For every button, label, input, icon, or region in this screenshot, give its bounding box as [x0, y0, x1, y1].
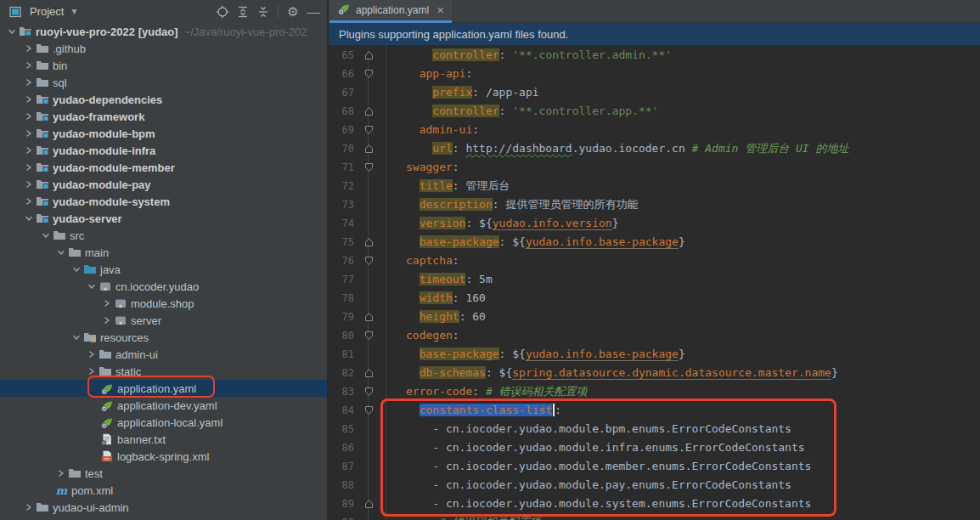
chevron-right-icon[interactable] [100, 316, 114, 325]
chevron-down-icon[interactable] [5, 27, 19, 36]
fold-start-icon[interactable] [363, 401, 374, 420]
chevron-right-icon[interactable] [22, 503, 36, 512]
collapse-all-icon[interactable] [255, 3, 272, 20]
code-line-79[interactable]: 79 height: 60 [329, 308, 980, 326]
chevron-right-icon[interactable] [22, 61, 36, 70]
tree-row-yudao-module-member[interactable]: yudao-module-member [0, 159, 327, 176]
tree-row-sql[interactable]: sql [0, 74, 327, 91]
tree-row-application-local-yaml[interactable]: application-local.yaml [0, 414, 327, 431]
code-line-82[interactable]: 82 db-schemas: ${spring.datasource.dynam… [329, 364, 980, 382]
fold-start-icon[interactable] [363, 65, 374, 83]
tree-row-github[interactable]: .github [0, 40, 327, 57]
tree-row-server[interactable]: server [0, 312, 327, 329]
chevron-right-icon[interactable] [100, 299, 114, 308]
fold-end-icon[interactable] [363, 46, 374, 65]
tree-row-static[interactable]: static [0, 363, 327, 380]
code-line-84[interactable]: 84 constants-class-list: [329, 401, 980, 420]
code-line-87[interactable]: 87 - cn.iocoder.yudao.module.member.enum… [329, 457, 980, 476]
fold-start-icon[interactable] [363, 382, 374, 401]
code-line-85[interactable]: 85 - cn.iocoder.yudao.module.bpm.enums.E… [329, 420, 980, 438]
code-line-66[interactable]: 66 app-api: [329, 65, 980, 83]
tree-row-yudao-module-bpm[interactable]: yudao-module-bpm [0, 125, 327, 142]
code-line-65[interactable]: 65 controller: '**.controller.admin.**' [329, 46, 980, 65]
chevron-down-icon[interactable] [85, 282, 99, 291]
code-line-89[interactable]: 89 - cn.iocoder.yudao.module.system.enum… [329, 495, 980, 513]
tree-row-pom-xml[interactable]: mpom.xml [0, 482, 327, 499]
fold-start-icon[interactable] [363, 121, 374, 139]
tree-row-banner-txt[interactable]: banner.txt [0, 431, 327, 448]
tree-row-src[interactable]: src [0, 227, 327, 244]
chevron-right-icon[interactable] [22, 163, 36, 172]
tree-row-partial[interactable] [0, 516, 327, 520]
chevron-right-icon[interactable] [85, 350, 99, 359]
chevron-right-icon[interactable] [22, 95, 36, 104]
close-icon[interactable]: ✕ [436, 5, 444, 16]
tree-row-yudao-server[interactable]: yudao-server [0, 210, 327, 227]
fold-start-icon[interactable] [363, 158, 374, 177]
tree-row-cn-iocoder-yudao[interactable]: cn.iocoder.yudao [0, 278, 327, 295]
fold-start-icon[interactable] [363, 326, 374, 345]
code-line-90[interactable]: 90 # 错误码相关配置项 [329, 513, 980, 520]
fold-end-icon[interactable] [363, 495, 374, 513]
tree-row-yudao-module-system[interactable]: yudao-module-system [0, 193, 327, 210]
code-line-68[interactable]: 68 controller: '**.controller.app.**' [329, 102, 980, 121]
code-line-75[interactable]: 75 base-package: ${yudao.info.base-packa… [329, 233, 980, 252]
fold-end-icon[interactable] [363, 364, 374, 382]
chevron-down-icon[interactable] [70, 265, 83, 274]
chevron-right-icon[interactable] [22, 197, 36, 206]
code-line-69[interactable]: 69 admin-ui: [329, 121, 980, 139]
chevron-down-icon[interactable]: ▼ [70, 7, 78, 16]
code-line-72[interactable]: 72 title: 管理后台 [329, 177, 980, 195]
code-line-70[interactable]: 70 url: http://dashboard.yudao.iocoder.c… [329, 139, 980, 158]
project-panel-title[interactable]: Project [30, 5, 64, 18]
code-editor[interactable]: 65 controller: '**.controller.admin.**'6… [329, 46, 980, 520]
chevron-right-icon[interactable] [22, 78, 36, 87]
tree-row-ruoyi-vue-pro-2022-yudao[interactable]: ruoyi-vue-pro-2022 [yudao]~/Java/ruoyi-v… [0, 23, 327, 40]
tree-row-java[interactable]: java [0, 261, 327, 278]
tree-row-yudao-module-infra[interactable]: yudao-module-infra [0, 142, 327, 159]
tree-row-module-shop[interactable]: module.shop [0, 295, 327, 312]
code-line-81[interactable]: 81 base-package: ${yudao.info.base-packa… [329, 345, 980, 364]
chevron-down-icon[interactable] [22, 214, 36, 223]
code-line-74[interactable]: 74 version: ${yudao.info.version} [329, 214, 980, 233]
code-line-76[interactable]: 76captcha: [329, 252, 980, 270]
tree-row-application-dev-yaml[interactable]: application-dev.yaml [0, 397, 327, 414]
fold-end-icon[interactable] [363, 308, 374, 326]
chevron-down-icon[interactable] [70, 333, 83, 342]
chevron-right-icon[interactable] [22, 180, 36, 189]
chevron-right-icon[interactable] [54, 469, 68, 478]
hide-panel-icon[interactable]: — [305, 3, 322, 20]
fold-end-icon[interactable] [363, 233, 374, 252]
chevron-right-icon[interactable] [85, 367, 99, 376]
tree-row-yudao-ui-admin[interactable]: yudao-ui-admin [0, 499, 327, 516]
chevron-down-icon[interactable] [54, 248, 68, 257]
code-line-83[interactable]: 83error-code: # 错误码相关配置项 [329, 382, 980, 401]
fold-end-icon[interactable] [363, 102, 374, 121]
tree-row-admin-ui[interactable]: admin-ui [0, 346, 327, 363]
chevron-right-icon[interactable] [22, 112, 36, 121]
chevron-right-icon[interactable] [22, 44, 36, 53]
tree-row-bin[interactable]: bin [0, 57, 327, 74]
tree-row-logback-spring-xml[interactable]: <>logback-spring.xml [0, 448, 327, 465]
code-line-67[interactable]: 67 prefix: /app-api [329, 83, 980, 102]
tree-row-resources[interactable]: resources [0, 329, 327, 346]
tree-row-yudao-dependencies[interactable]: yudao-dependencies [0, 91, 327, 108]
fold-end-icon[interactable] [363, 139, 374, 158]
expand-all-icon[interactable] [234, 3, 251, 20]
fold-start-icon[interactable] [363, 252, 374, 270]
tree-row-main[interactable]: main [0, 244, 327, 261]
tree-row-yudao-module-pay[interactable]: yudao-module-pay [0, 176, 327, 193]
code-line-80[interactable]: 80codegen: [329, 326, 980, 345]
code-line-77[interactable]: 77 timeout: 5m [329, 270, 980, 289]
chevron-right-icon[interactable] [22, 146, 36, 155]
tab-application-yaml[interactable]: application.yaml ✕ [329, 0, 452, 23]
code-line-71[interactable]: 71swagger: [329, 158, 980, 177]
locate-icon[interactable] [214, 3, 231, 20]
code-line-88[interactable]: 88 - cn.iocoder.yudao.module.pay.enums.E… [329, 476, 980, 495]
code-line-78[interactable]: 78 width: 160 [329, 289, 980, 308]
chevron-down-icon[interactable] [39, 231, 53, 240]
code-line-86[interactable]: 86 - cn.iocoder.yudao.module.infra.enums… [329, 438, 980, 457]
tree-row-test[interactable]: test [0, 465, 327, 482]
tree-row-application-yaml[interactable]: application.yaml [0, 380, 327, 397]
code-line-73[interactable]: 73 description: 提供管理员管理的所有功能 [329, 195, 980, 214]
